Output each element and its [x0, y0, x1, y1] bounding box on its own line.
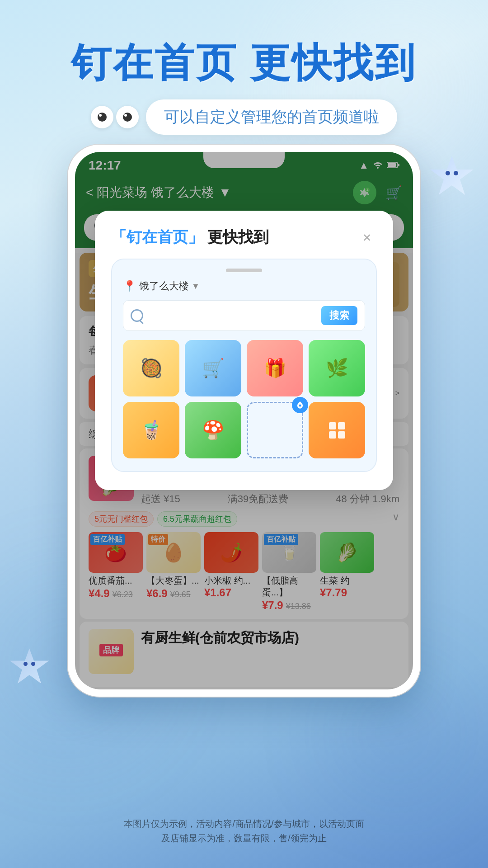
eye-right: [116, 106, 139, 128]
svg-point-5: [299, 405, 301, 407]
modal-icon-grid: 🥘 🛒 🎁 🌿 🧋 🍄: [123, 340, 365, 458]
grid-icon-1[interactable]: 🛒: [185, 340, 241, 396]
svg-rect-8: [329, 431, 336, 439]
eye-pupil-right: [123, 113, 132, 122]
star-decoration-1: [429, 154, 474, 199]
location-pin-icon: 📍: [123, 280, 136, 292]
eye-left: [91, 106, 113, 128]
mini-phone-notch: [226, 269, 262, 272]
eye-pupil-left: [98, 113, 107, 122]
svg-rect-9: [338, 431, 345, 439]
modal-title-text: 更快找到: [207, 228, 269, 245]
mini-phone-illustration: 📍 饿了么大楼 ▼ 搜索 🥘 🛒: [111, 259, 377, 472]
modal-close-button[interactable]: ×: [357, 227, 377, 247]
eye-decoration: [91, 106, 139, 128]
grid-icon-5[interactable]: 🍄: [185, 402, 241, 458]
subtitle-bubble: 可以自定义管理您的首页频道啦: [146, 99, 397, 135]
mini-location: 📍 饿了么大楼 ▼: [123, 279, 365, 293]
svg-rect-6: [329, 422, 336, 429]
pin-badge-icon: [292, 397, 308, 413]
modal-title: 「钉在首页」 更快找到: [111, 227, 269, 248]
mini-phone-top: [123, 269, 365, 272]
grid-icon-7[interactable]: [309, 402, 365, 458]
grid-icon-4[interactable]: 🧋: [123, 402, 179, 458]
disclaimer-text: 本图片仅为示例，活动内容/商品情况/参与城市，以活动页面及店铺显示为准，数量有限…: [0, 809, 488, 859]
grid-icon-placeholder-wrapper: [247, 402, 303, 458]
svg-rect-7: [338, 422, 345, 429]
mini-search-button[interactable]: 搜索: [321, 306, 357, 325]
grid-icon-0[interactable]: 🥘: [123, 340, 179, 396]
mini-location-arrow: ▼: [192, 282, 200, 291]
phone-outer-frame: 12:17 ▲ < 阳光菜场 饿了么大楼 ▼: [68, 145, 420, 697]
grid-icon-3[interactable]: 🌿: [309, 340, 365, 396]
modal-title-highlight: 「钉在首页」: [111, 228, 203, 245]
modal-header: 「钉在首页」 更快找到 ×: [111, 227, 377, 248]
mini-location-text: 饿了么大楼: [139, 279, 189, 293]
phone-mockup: 12:17 ▲ < 阳光菜场 饿了么大楼 ▼: [59, 145, 429, 697]
mini-search-icon: [131, 309, 143, 322]
mini-search-bar[interactable]: 搜索: [123, 300, 365, 331]
main-headline: 钉在首页 更快找到: [0, 36, 488, 90]
modal-box: 「钉在首页」 更快找到 × 📍 饿了么大楼 ▼: [95, 211, 393, 490]
grid-icon-placeholder[interactable]: [247, 402, 303, 458]
star-decoration-2: [9, 646, 50, 687]
subtitle-area: 可以自定义管理您的首页频道啦: [91, 99, 397, 135]
grid-icon-2[interactable]: 🎁: [247, 340, 303, 396]
phone-inner-frame: 12:17 ▲ < 阳光菜场 饿了么大楼 ▼: [75, 152, 413, 689]
mini-search-left: [131, 309, 143, 322]
